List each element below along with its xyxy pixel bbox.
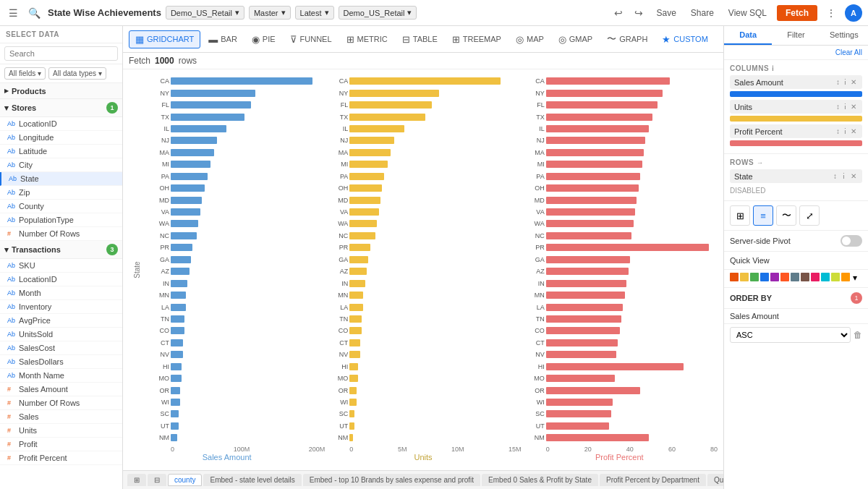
color-swatch[interactable]: [801, 273, 809, 281]
chip-remove-btn[interactable]: ✕: [849, 127, 858, 136]
breadcrumb-master[interactable]: Master ▾: [249, 6, 291, 20]
rows-sort-btn[interactable]: ↕: [832, 171, 838, 181]
field-item-salescost[interactable]: AbSalesCost: [0, 341, 122, 355]
color-swatch[interactable]: [821, 273, 830, 281]
bottom-tab-1[interactable]: Embed - state level details: [203, 474, 301, 486]
field-item-profit-percent[interactable]: #Profit Percent: [0, 451, 122, 465]
field-item-number-of-rows[interactable]: #Number Of Rows: [0, 227, 122, 241]
right-tab-settings[interactable]: Settings: [820, 26, 868, 45]
field-item-unitssold[interactable]: AbUnitsSold: [0, 328, 122, 341]
breadcrumb-demo-us-retail-2[interactable]: Demo_US_Retail ▾: [339, 6, 417, 20]
color-swatch[interactable]: [770, 273, 779, 281]
field-item-latitude[interactable]: AbLatitude: [0, 145, 122, 158]
color-swatch[interactable]: [831, 273, 840, 281]
color-swatch[interactable]: [760, 273, 769, 281]
bottom-tab-4[interactable]: Profit Percent by Department: [600, 474, 706, 486]
rows-remove-btn[interactable]: ✕: [849, 171, 858, 181]
field-item-populationtype[interactable]: AbPopulationType: [0, 213, 122, 227]
field-group-products[interactable]: ▸Products: [0, 83, 122, 99]
field-item-sales-amount[interactable]: #Sales Amount: [0, 383, 122, 396]
field-item-number-of-rows[interactable]: #Number Of Rows: [0, 396, 122, 410]
bottom-tab-5[interactable]: Quarterly performance by department: [707, 474, 723, 486]
view-sql-button[interactable]: View SQL: [724, 7, 771, 20]
field-item-sales[interactable]: #Sales: [0, 410, 122, 424]
more-options-icon[interactable]: ⋮: [823, 6, 839, 20]
toolbar-tab-metric[interactable]: ⊞METRIC: [340, 30, 394, 48]
undo-button[interactable]: ↩: [611, 6, 626, 20]
field-item-county[interactable]: AbCounty: [0, 200, 122, 213]
chip-sort-btn[interactable]: ↕: [835, 127, 841, 136]
chip-sort-btn[interactable]: ↕: [835, 102, 841, 111]
search-icon[interactable]: 🔍: [25, 6, 43, 20]
toolbar-tab-gridchart[interactable]: ▦GRIDCHART: [129, 30, 200, 48]
right-tab-filter[interactable]: Filter: [772, 26, 820, 45]
color-swatch[interactable]: [730, 273, 739, 281]
order-delete-btn[interactable]: 🗑: [854, 330, 862, 340]
field-item-city[interactable]: AbCity: [0, 158, 122, 172]
toolbar-tab-pie[interactable]: ◉PIE: [245, 30, 282, 48]
color-swatch[interactable]: [740, 273, 749, 281]
line-view-btn[interactable]: 〜: [776, 205, 796, 226]
field-item-zip[interactable]: AbZip: [0, 186, 122, 200]
all-data-types-filter[interactable]: All data types ▾: [48, 67, 106, 80]
chip-remove-btn[interactable]: ✕: [849, 102, 858, 111]
rows-settings-btn[interactable]: ⅰ: [841, 171, 846, 181]
share-button[interactable]: Share: [686, 7, 718, 20]
color-swatch[interactable]: [780, 273, 789, 281]
toolbar-tab-funnel[interactable]: ⊽FUNNEL: [284, 30, 339, 48]
list-view-btn[interactable]: ≡: [753, 205, 773, 226]
color-swatch[interactable]: [791, 273, 799, 281]
bottom-tab-icon1[interactable]: ⊞: [127, 474, 146, 486]
field-item-longitude[interactable]: AbLongitude: [0, 131, 122, 145]
expand-view-btn[interactable]: ⤢: [799, 205, 820, 226]
bottom-tab-icon2[interactable]: ⊟: [148, 474, 166, 486]
color-swatch[interactable]: [811, 273, 820, 281]
save-button[interactable]: Save: [652, 7, 680, 20]
bar: [349, 339, 359, 346]
field-item-locationid[interactable]: AbLocationID: [0, 117, 122, 131]
redo-button[interactable]: ↪: [631, 6, 646, 20]
menu-icon[interactable]: ☰: [6, 6, 21, 20]
field-item-month-name[interactable]: AbMonth Name: [0, 369, 122, 383]
toolbar-tab-gmap[interactable]: ◎GMAP: [552, 30, 599, 48]
server-pivot-toggle[interactable]: [841, 235, 862, 247]
field-item-avgprice[interactable]: AbAvgPrice: [0, 314, 122, 328]
breadcrumb-demo-us-retail[interactable]: Demo_US_Retail ▾: [166, 6, 244, 20]
fetch-button[interactable]: Fetch: [777, 5, 817, 21]
right-tab-data[interactable]: Data: [724, 26, 772, 45]
field-item-locationid[interactable]: AbLocationID: [0, 273, 122, 286]
search-input[interactable]: [4, 46, 118, 61]
toolbar-tab-bar[interactable]: ▬BAR: [202, 30, 244, 48]
color-swatch[interactable]: [841, 273, 850, 281]
toolbar-tab-graph[interactable]: 〜GRAPH: [600, 29, 654, 49]
chip-remove-btn[interactable]: ✕: [849, 77, 858, 87]
chip-settings-btn[interactable]: ⅰ: [843, 102, 848, 111]
toolbar-tab-treemap[interactable]: ⊞TREEMAP: [446, 30, 508, 48]
field-item-inventory[interactable]: AbInventory: [0, 300, 122, 314]
palette-dropdown-icon[interactable]: ▾: [853, 273, 857, 283]
breadcrumb-latest[interactable]: Latest ▾: [295, 6, 334, 20]
color-swatch[interactable]: [750, 273, 759, 281]
toolbar-tab-table[interactable]: ⊟TABLE: [396, 30, 444, 48]
chip-settings-btn[interactable]: ⅰ: [843, 127, 848, 136]
bar: [171, 351, 183, 358]
clear-all-button[interactable]: Clear All: [724, 46, 868, 60]
grid-view-btn[interactable]: ⊞: [730, 205, 750, 226]
field-item-sku[interactable]: AbSKU: [0, 259, 122, 273]
chip-sort-btn[interactable]: ↕: [835, 77, 841, 87]
field-item-month[interactable]: AbMonth: [0, 286, 122, 300]
bottom-tab-0[interactable]: county: [168, 474, 202, 486]
all-fields-filter[interactable]: All fields ▾: [4, 67, 46, 80]
field-group-transactions[interactable]: ▾Transactions3: [0, 241, 122, 259]
toolbar-tab-map[interactable]: ◎MAP: [509, 30, 550, 48]
field-item-state[interactable]: AbState: [0, 172, 122, 186]
chip-settings-btn[interactable]: ⅰ: [843, 77, 848, 87]
order-select[interactable]: ASC DESC: [730, 327, 851, 343]
field-item-profit[interactable]: #Profit: [0, 438, 122, 451]
field-item-units[interactable]: #Units: [0, 424, 122, 438]
toolbar-tab-custom[interactable]: ★CUSTOM: [655, 30, 714, 48]
bottom-tab-2[interactable]: Embed - top 10 Brands by sales expense a…: [303, 474, 480, 486]
field-item-salesdollars[interactable]: AbSalesDollars: [0, 355, 122, 369]
field-group-stores[interactable]: ▾Stores1: [0, 99, 122, 117]
bottom-tab-3[interactable]: Embed 0 Sales & Profit by State: [482, 474, 598, 486]
